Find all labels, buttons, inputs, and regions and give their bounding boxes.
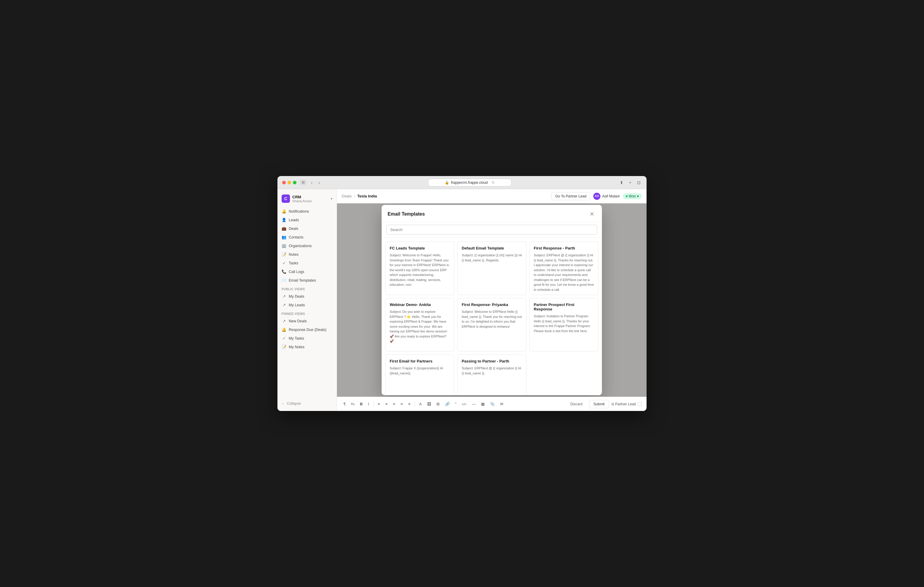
breadcrumb-separator: / — [354, 194, 355, 198]
template-name: Default Email Template — [462, 246, 522, 250]
sidebar-item-organizations[interactable]: 🏢 Organizations — [277, 242, 337, 250]
maximize-traffic-light[interactable] — [293, 181, 297, 184]
toolbar-align-left-btn[interactable]: ≡ — [391, 401, 397, 408]
template-card-partner-prospect[interactable]: Partner Prospect First Response Subject:… — [529, 298, 598, 352]
toolbar-align-center-btn[interactable]: ≡ — [399, 401, 405, 408]
sidebar-header[interactable]: C CRM Shariq Ansari ▾ — [277, 191, 337, 206]
toolbar-table-btn[interactable]: ▦ — [479, 401, 487, 408]
sidebar-item-my-notes[interactable]: 📝 My Notes — [277, 342, 337, 351]
toolbar-quote-btn[interactable]: " — [454, 401, 459, 408]
toolbar-align-right-btn[interactable]: ≡ — [406, 401, 412, 408]
breadcrumb-parent[interactable]: Deals — [342, 194, 351, 198]
sidebar-item-label: My Tasks — [289, 336, 304, 340]
template-card-first-response-priyanka[interactable]: First Response- Priyanka Subject: Welcom… — [457, 298, 526, 352]
sidebar-item-tasks[interactable]: ✓ Tasks — [277, 259, 337, 267]
sidebar-item-label: Email Templates — [289, 278, 316, 283]
traffic-lights — [282, 181, 297, 184]
discard-button[interactable]: Discard — [566, 400, 587, 408]
sidebar-item-my-leads[interactable]: ↗ My Leads — [277, 301, 337, 309]
breadcrumb: Deals / Tesla India — [342, 194, 377, 198]
partner-lead-label: Is Partner Lead — [611, 402, 636, 406]
toolbar-h2-btn[interactable]: H₂ — [349, 401, 356, 407]
leads-icon: 👤 — [282, 218, 286, 222]
minimize-traffic-light[interactable] — [287, 181, 291, 184]
forward-btn[interactable]: › — [317, 179, 321, 186]
email-templates-modal: Email Templates ✕ FC Leads Template — [382, 205, 602, 395]
template-card-webinar-demo[interactable]: Webinar Demo- Ankita Subject: Do you wis… — [385, 298, 454, 352]
toolbar-italic-btn[interactable]: I — [366, 401, 371, 408]
toolbar-ul-btn[interactable]: ≡ — [376, 401, 382, 408]
template-preview: Subject: {{ organization }} (#{{ name }}… — [462, 253, 522, 263]
collapse-label: Collapse — [287, 401, 301, 406]
template-card-fc-leads[interactable]: FC Leads Template Subject: Welcome to Fr… — [385, 242, 454, 295]
modal-search-container — [382, 222, 602, 238]
template-card-passing-to-partner[interactable]: Passing to Partner - Parth Subject: ERPN… — [457, 354, 526, 395]
toolbar-paragraph-btn[interactable]: ¶ — [342, 401, 347, 408]
sidebar-item-call-logs[interactable]: 📞 Call Logs — [277, 267, 337, 276]
sidebar-item-label: My Leads — [289, 303, 305, 307]
modal-body: FC Leads Template Subject: Welcome to Fr… — [382, 238, 602, 395]
app-container: C CRM Shariq Ansari ▾ 🔔 Notifications 👤 … — [277, 189, 647, 411]
toolbar-code-btn[interactable]: </> — [460, 401, 468, 407]
new-tab-btn[interactable]: ＋ — [627, 179, 634, 186]
sidebar-item-notifications[interactable]: 🔔 Notifications — [277, 207, 337, 215]
template-card-first-email-partners[interactable]: First Email for Partners Subject: Frappe… — [385, 354, 454, 395]
template-search-input[interactable] — [386, 225, 597, 235]
toolbar-link-btn[interactable]: 🔗 — [443, 401, 452, 408]
template-preview: Subject: Invitation to Partner Program H… — [534, 314, 594, 333]
modal-header: Email Templates ✕ — [382, 205, 602, 222]
template-preview: Subject: Welcome to Frappe! Hello, Greet… — [389, 253, 450, 287]
sidebar-item-new-deals[interactable]: ↗ New Deals — [277, 317, 337, 325]
notes-icon: 📝 — [282, 252, 286, 257]
toolbar-image-btn[interactable]: 🖼 — [426, 401, 433, 408]
toolbar-ol-btn[interactable]: ≡ — [384, 401, 389, 408]
sidebar-toggle-btn[interactable]: ⊟ — [300, 179, 306, 185]
sidebar-item-my-tasks[interactable]: ✓ My Tasks — [277, 334, 337, 342]
sidebar-item-label: Response Due (Deals) — [289, 328, 326, 332]
sidebar-item-response-due[interactable]: 🔔 Response Due (Deals) — [277, 325, 337, 334]
sidebar-item-leads[interactable]: 👤 Leads — [277, 215, 337, 224]
status-label: Won — [629, 194, 636, 198]
toolbar-image2-btn[interactable]: ⊞ — [435, 401, 441, 408]
collapse-button[interactable]: ← Collapse — [277, 398, 337, 409]
tasks-icon: ✓ — [282, 261, 286, 265]
sidebar-item-label: Organizations — [289, 244, 312, 248]
address-bar[interactable]: 🔒 frappecrm.frappe.cloud ↻ — [428, 179, 512, 186]
sidebar-item-my-deals[interactable]: ↗ My Deals — [277, 292, 337, 301]
status-badge[interactable]: Won ▾ — [623, 193, 642, 199]
toolbar-email-btn[interactable]: ✉ — [498, 401, 505, 408]
toolbar-bold-btn[interactable]: B — [358, 401, 365, 408]
close-traffic-light[interactable] — [282, 181, 286, 184]
url-text: frappecrm.frappe.cloud — [451, 181, 488, 185]
organizations-icon: 🏢 — [282, 243, 286, 248]
my-tasks-icon: ✓ — [282, 336, 286, 340]
share-btn[interactable]: ⬆ — [619, 179, 625, 186]
template-card-default-email[interactable]: Default Email Template Subject: {{ organ… — [457, 242, 526, 295]
sidebar-item-contacts[interactable]: 👥 Contacts — [277, 233, 337, 242]
toolbar-text-color-btn[interactable]: A — [417, 401, 424, 408]
response-due-icon: 🔔 — [282, 327, 286, 332]
modal-close-button[interactable]: ✕ — [588, 210, 596, 218]
sidebar-item-deals[interactable]: 💼 Deals — [277, 224, 337, 233]
topbar: Deals / Tesla India Go To Partner Lead A… — [337, 189, 647, 203]
template-name: FC Leads Template — [389, 246, 450, 250]
tabs-btn[interactable]: ⊡ — [636, 179, 642, 186]
partner-lead-button[interactable]: Go To Partner Lead — [551, 192, 590, 200]
bell-icon: 🔔 — [282, 209, 286, 214]
toolbar-hr-btn[interactable]: — — [470, 401, 477, 408]
sidebar-item-label: Contacts — [289, 235, 304, 239]
template-card-first-response-parth[interactable]: First Response - Parth Subject: ERPNext … — [529, 242, 598, 295]
sidebar-item-email-templates[interactable]: ✉️ Email Templates — [277, 276, 337, 284]
submit-button[interactable]: Submit — [589, 400, 609, 408]
back-btn[interactable]: ‹ — [310, 179, 314, 186]
template-name: First Response- Priyanka — [462, 303, 522, 307]
toolbar-attach-btn[interactable]: 📎 — [488, 401, 497, 408]
sidebar-item-notes[interactable]: 📝 Notes — [277, 250, 337, 259]
call-logs-icon: 📞 — [282, 270, 286, 274]
reload-icon[interactable]: ↻ — [492, 181, 495, 185]
sidebar-item-label: Notifications — [289, 209, 309, 214]
template-preview: Subject: Frappe X {{organization}} Hi {{… — [389, 366, 450, 376]
contacts-icon: 👥 — [282, 235, 286, 239]
partner-lead-checkbox[interactable] — [638, 402, 642, 406]
modal-overlay[interactable]: Email Templates ✕ FC Leads Template — [337, 203, 647, 397]
